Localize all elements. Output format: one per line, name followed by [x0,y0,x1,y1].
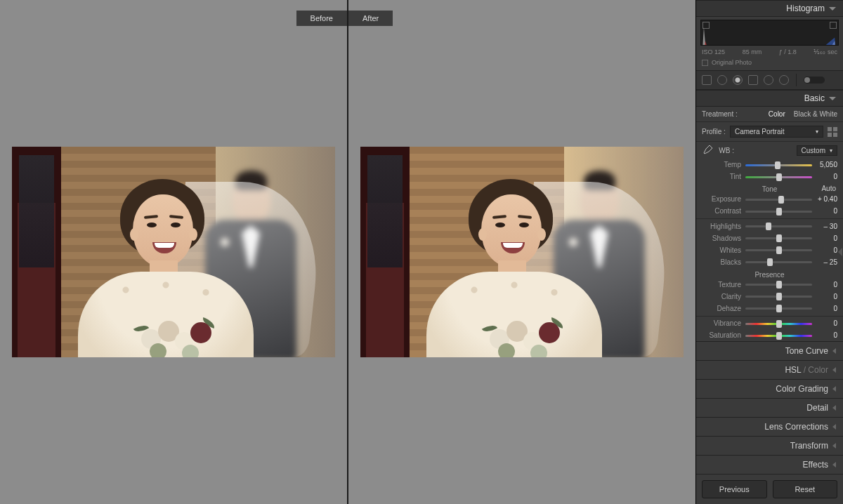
histogram[interactable] [700,20,839,46]
exif-focal: 85 mm [743,48,762,55]
tone-subheader: ToneAuto [696,183,843,193]
profile-browser-icon[interactable] [828,127,837,137]
exposure-value[interactable]: + 0.40 [816,195,837,203]
temp-slider[interactable] [745,161,812,168]
after-pane[interactable]: After [348,0,695,504]
profile-select[interactable]: Camera Portrait▾ [730,126,823,138]
treatment-row: Treatment : Color Black & White [696,107,843,122]
tint-slider[interactable] [745,173,812,180]
wb-label: WB : [719,147,734,154]
whites-slider[interactable] [745,246,812,253]
treatment-bw[interactable]: Black & White [794,110,837,118]
wb-row: WB : Custom▾ [696,142,843,159]
blacks-slider[interactable] [745,258,812,265]
chevron-left-icon [832,462,836,467]
wb-select[interactable]: Custom▾ [797,145,837,156]
vibrance-value[interactable]: 0 [816,319,837,327]
panel-toggle-right[interactable] [838,248,842,256]
histogram-title: Histogram [786,4,825,13]
tint-value[interactable]: 0 [816,173,837,180]
chevron-left-icon [832,348,836,354]
exposure-slider[interactable] [745,196,812,203]
treatment-color[interactable]: Color [769,110,785,118]
histogram-header[interactable]: Histogram [696,0,843,17]
chevron-left-icon [832,386,836,392]
detail-header[interactable]: Detail [696,398,843,417]
presence-subheader: Presence [696,268,843,279]
previous-button[interactable]: Previous [702,480,767,498]
dehaze-value[interactable]: 0 [816,305,837,312]
tool-strip [696,70,843,90]
chevron-left-icon [832,443,836,449]
auto-tone-button[interactable]: Auto [821,185,836,192]
basic-header[interactable]: Basic [696,90,843,107]
temp-slider-row: Temp5,050 [696,159,843,171]
contrast-slider[interactable] [745,208,812,215]
tint-slider-row: Tint0 [696,171,843,183]
whites-value[interactable]: 0 [816,246,837,254]
temp-value[interactable]: 5,050 [816,161,837,168]
clarity-slider[interactable] [745,293,812,300]
photo-before [12,147,335,357]
dehaze-slider[interactable] [745,305,812,312]
color-grading-header[interactable]: Color Grading [696,379,843,398]
reset-button[interactable]: Reset [773,480,838,498]
clarity-value[interactable]: 0 [816,293,837,300]
vibrance-slider[interactable] [745,320,812,327]
chevron-left-icon [832,424,836,430]
before-pane[interactable]: Before [0,0,348,504]
eyedropper-icon[interactable] [702,145,713,156]
lens-header[interactable]: Lens Corrections [696,417,843,436]
chevron-down-icon [829,7,836,11]
blacks-value[interactable]: – 25 [816,258,837,266]
spot-tool-icon[interactable] [717,75,727,85]
crop-tool-icon[interactable] [702,75,712,85]
rectangle-icon [702,60,708,66]
exif-strip: ISO 125 85 mm ƒ / 1.8 ⅟₁₆₀ sec [696,47,843,57]
exif-iso: ISO 125 [702,48,725,55]
redeye-tool-icon[interactable] [733,75,743,85]
chevron-down-icon [829,97,836,100]
after-label: After [348,11,393,26]
brush-tool-icon[interactable] [779,75,789,85]
tone-curve-header[interactable]: Tone Curve [696,341,843,360]
highlights-value[interactable]: – 30 [816,223,837,230]
original-photo-row[interactable]: Original Photo [696,57,843,70]
saturation-value[interactable]: 0 [816,331,837,339]
exif-shutter: ⅟₁₆₀ sec [813,48,837,55]
photo-after [360,147,684,357]
chevron-left-icon [832,367,836,373]
shadows-slider[interactable] [745,234,812,241]
chevron-left-icon [832,405,836,411]
saturation-slider[interactable] [745,332,812,339]
mask-toggle[interactable] [804,77,825,84]
texture-slider[interactable] [745,281,812,288]
radial-tool-icon[interactable] [764,75,773,85]
profile-label: Profile : [702,128,726,135]
exif-aperture: ƒ / 1.8 [779,48,797,55]
effects-header[interactable]: Effects [696,455,843,474]
before-label: Before [296,11,347,26]
develop-panel: Histogram ISO 125 85 mm ƒ / 1.8 ⅟₁₆₀ sec… [696,0,843,504]
gradient-tool-icon[interactable] [748,75,758,85]
treatment-label: Treatment : [702,110,738,118]
hsl-header[interactable]: HSL / Color [696,360,843,379]
profile-row: Profile : Camera Portrait▾ [696,122,843,142]
highlights-slider[interactable] [745,223,812,230]
contrast-value[interactable]: 0 [816,207,837,215]
compare-view: Before After [0,0,696,504]
shadows-value[interactable]: 0 [816,234,837,242]
transform-header[interactable]: Transform [696,436,843,455]
texture-value[interactable]: 0 [816,281,837,289]
